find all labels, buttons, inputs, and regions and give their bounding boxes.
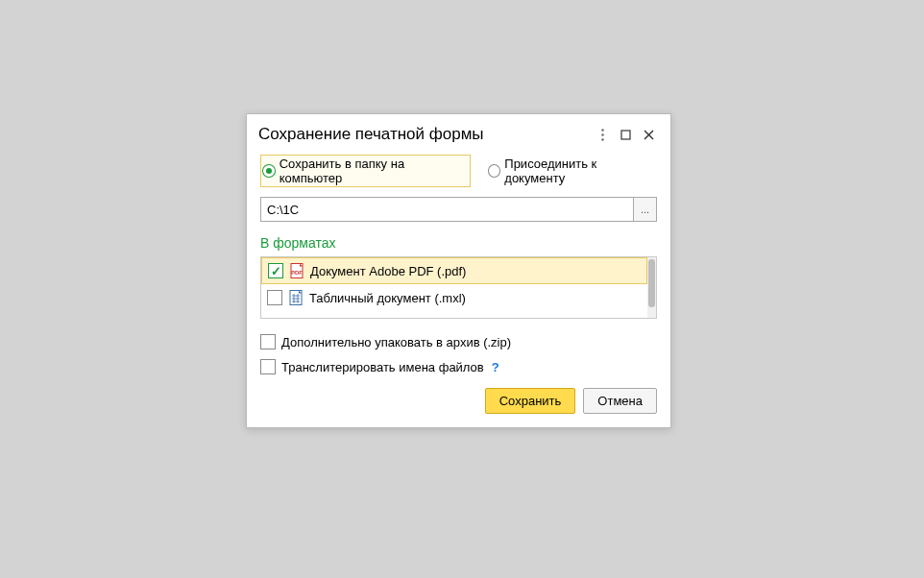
format-row-mxl[interactable]: Табличный документ (.mxl): [261, 284, 647, 311]
save-print-form-dialog: Сохранение печатной формы Сохранить в па…: [246, 113, 671, 428]
save-button[interactable]: Сохранить: [485, 388, 576, 414]
browse-button[interactable]: ...: [634, 197, 657, 222]
path-row: ...: [260, 197, 657, 222]
checkbox-icon[interactable]: [260, 334, 276, 349]
format-label: Табличный документ (.mxl): [309, 291, 466, 305]
radio-label: Присоединить к документу: [504, 157, 657, 185]
maximize-button[interactable]: [615, 124, 636, 145]
option-label: Дополнительно упаковать в архив (.zip): [281, 335, 511, 349]
path-input[interactable]: [260, 197, 634, 222]
svg-point-1: [601, 133, 603, 135]
format-label: Документ Adobe PDF (.pdf): [310, 264, 466, 278]
destination-radio-group: Сохранить в папку на компьютер Присоедин…: [260, 155, 657, 187]
formats-scrollbar[interactable]: [647, 257, 656, 318]
checkbox-icon[interactable]: [260, 359, 276, 374]
svg-point-0: [601, 129, 603, 131]
titlebar: Сохранение печатной формы: [247, 114, 670, 151]
radio-save-to-folder[interactable]: Сохранить в папку на компьютер: [260, 155, 471, 187]
radio-icon: [262, 164, 276, 178]
mxl-icon: [288, 290, 304, 305]
option-zip[interactable]: Дополнительно упаковать в архив (.zip): [260, 334, 657, 349]
formats-list: PDF Документ Adobe PDF (.pdf) Табличный …: [261, 257, 647, 318]
svg-point-2: [601, 138, 603, 140]
more-menu-button[interactable]: [592, 124, 613, 145]
svg-rect-3: [621, 131, 630, 139]
scrollbar-thumb[interactable]: [648, 259, 655, 307]
formats-label: В форматах: [260, 235, 657, 251]
help-icon[interactable]: ?: [492, 360, 499, 374]
button-row: Сохранить Отмена: [260, 388, 657, 414]
close-button[interactable]: [638, 124, 659, 145]
svg-text:PDF: PDF: [291, 270, 303, 276]
pdf-icon: PDF: [289, 263, 304, 278]
radio-label: Сохранить в папку на компьютер: [280, 157, 467, 185]
checkbox-icon[interactable]: [268, 263, 283, 278]
checkbox-icon[interactable]: [267, 290, 282, 305]
radio-icon: [488, 164, 501, 178]
formats-list-box: PDF Документ Adobe PDF (.pdf) Табличный …: [260, 256, 657, 319]
cancel-button[interactable]: Отмена: [583, 388, 657, 414]
option-transliterate[interactable]: Транслитерировать имена файлов ?: [260, 359, 657, 374]
option-label: Транслитерировать имена файлов: [281, 360, 484, 374]
dialog-content: Сохранить в папку на компьютер Присоедин…: [247, 151, 670, 427]
radio-attach-to-document[interactable]: Присоединить к документу: [488, 157, 657, 185]
format-row-pdf[interactable]: PDF Документ Adobe PDF (.pdf): [261, 257, 647, 284]
dialog-title: Сохранение печатной формы: [258, 125, 590, 144]
